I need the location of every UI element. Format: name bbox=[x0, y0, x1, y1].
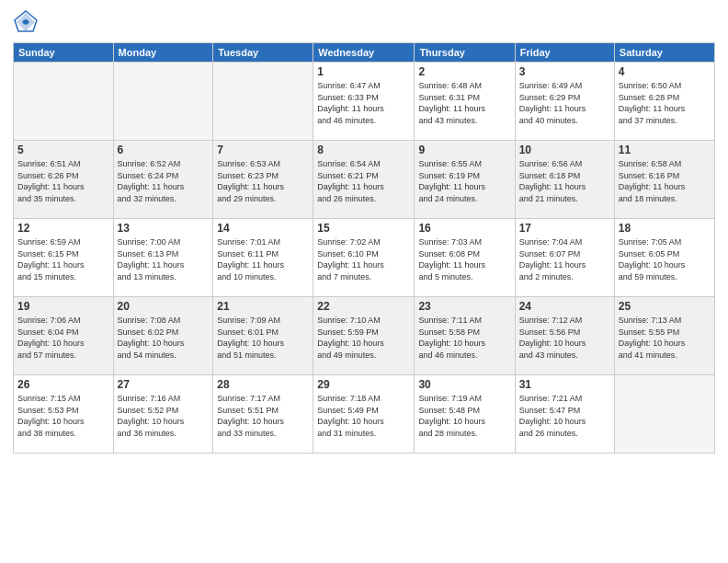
calendar-cell: 30Sunrise: 7:19 AM Sunset: 5:48 PM Dayli… bbox=[415, 375, 515, 454]
day-number: 2 bbox=[418, 65, 510, 78]
calendar-table: SundayMondayTuesdayWednesdayThursdayFrid… bbox=[13, 42, 715, 454]
day-number: 20 bbox=[118, 300, 210, 313]
day-info: Sunrise: 6:51 AM Sunset: 6:26 PM Dayligh… bbox=[17, 158, 109, 204]
day-info: Sunrise: 7:04 AM Sunset: 6:07 PM Dayligh… bbox=[519, 236, 610, 282]
calendar-week-1: 1Sunrise: 6:47 AM Sunset: 6:33 PM Daylig… bbox=[14, 63, 715, 141]
day-number: 24 bbox=[519, 300, 610, 313]
calendar-cell: 23Sunrise: 7:11 AM Sunset: 5:58 PM Dayli… bbox=[415, 297, 515, 375]
day-info: Sunrise: 7:21 AM Sunset: 5:47 PM Dayligh… bbox=[519, 393, 610, 439]
day-number: 16 bbox=[418, 222, 510, 235]
day-number: 4 bbox=[619, 65, 711, 78]
day-info: Sunrise: 7:10 AM Sunset: 5:59 PM Dayligh… bbox=[317, 315, 410, 361]
calendar-cell: 28Sunrise: 7:17 AM Sunset: 5:51 PM Dayli… bbox=[213, 375, 313, 454]
day-info: Sunrise: 7:17 AM Sunset: 5:51 PM Dayligh… bbox=[217, 393, 309, 439]
day-number: 29 bbox=[317, 378, 410, 391]
calendar-cell bbox=[213, 63, 313, 141]
calendar-week-4: 19Sunrise: 7:06 AM Sunset: 6:04 PM Dayli… bbox=[14, 297, 715, 375]
calendar-cell: 25Sunrise: 7:13 AM Sunset: 5:55 PM Dayli… bbox=[614, 297, 714, 375]
day-info: Sunrise: 7:00 AM Sunset: 6:13 PM Dayligh… bbox=[118, 236, 210, 282]
weekday-header-thursday: Thursday bbox=[415, 43, 515, 63]
day-number: 22 bbox=[317, 300, 410, 313]
day-info: Sunrise: 6:54 AM Sunset: 6:21 PM Dayligh… bbox=[317, 158, 410, 204]
day-info: Sunrise: 7:19 AM Sunset: 5:48 PM Dayligh… bbox=[418, 393, 510, 439]
day-info: Sunrise: 6:47 AM Sunset: 6:33 PM Dayligh… bbox=[317, 80, 410, 126]
calendar-week-5: 26Sunrise: 7:15 AM Sunset: 5:53 PM Dayli… bbox=[14, 375, 715, 454]
day-info: Sunrise: 6:50 AM Sunset: 6:28 PM Dayligh… bbox=[619, 80, 711, 126]
day-number: 10 bbox=[519, 144, 610, 156]
calendar-cell bbox=[614, 375, 714, 454]
day-number: 12 bbox=[17, 222, 109, 235]
calendar-cell: 11Sunrise: 6:58 AM Sunset: 6:16 PM Dayli… bbox=[614, 141, 714, 219]
calendar-cell: 18Sunrise: 7:05 AM Sunset: 6:05 PM Dayli… bbox=[614, 219, 714, 297]
day-number: 26 bbox=[17, 378, 109, 391]
calendar-cell: 4Sunrise: 6:50 AM Sunset: 6:28 PM Daylig… bbox=[614, 63, 714, 141]
calendar-cell: 26Sunrise: 7:15 AM Sunset: 5:53 PM Dayli… bbox=[14, 375, 114, 454]
day-info: Sunrise: 6:52 AM Sunset: 6:24 PM Dayligh… bbox=[118, 158, 210, 204]
logo bbox=[13, 9, 42, 35]
logo-icon bbox=[13, 9, 39, 35]
day-number: 23 bbox=[418, 300, 510, 313]
day-number: 21 bbox=[217, 300, 309, 313]
day-info: Sunrise: 6:48 AM Sunset: 6:31 PM Dayligh… bbox=[418, 80, 510, 126]
day-info: Sunrise: 7:16 AM Sunset: 5:52 PM Dayligh… bbox=[118, 393, 210, 439]
day-info: Sunrise: 7:03 AM Sunset: 6:08 PM Dayligh… bbox=[418, 236, 510, 282]
day-info: Sunrise: 7:18 AM Sunset: 5:49 PM Dayligh… bbox=[317, 393, 410, 439]
calendar-cell: 31Sunrise: 7:21 AM Sunset: 5:47 PM Dayli… bbox=[515, 375, 614, 454]
day-number: 6 bbox=[118, 144, 210, 156]
day-number: 11 bbox=[619, 144, 711, 156]
header bbox=[13, 9, 715, 35]
day-info: Sunrise: 6:58 AM Sunset: 6:16 PM Dayligh… bbox=[619, 158, 711, 204]
weekday-header-row: SundayMondayTuesdayWednesdayThursdayFrid… bbox=[14, 43, 715, 63]
day-number: 8 bbox=[317, 144, 410, 156]
day-info: Sunrise: 7:09 AM Sunset: 6:01 PM Dayligh… bbox=[217, 315, 309, 361]
day-number: 1 bbox=[317, 65, 410, 78]
calendar-cell: 7Sunrise: 6:53 AM Sunset: 6:23 PM Daylig… bbox=[213, 141, 313, 219]
day-info: Sunrise: 7:08 AM Sunset: 6:02 PM Dayligh… bbox=[118, 315, 210, 361]
day-number: 19 bbox=[17, 300, 109, 313]
day-number: 7 bbox=[217, 144, 309, 156]
day-number: 18 bbox=[619, 222, 711, 235]
calendar-cell: 22Sunrise: 7:10 AM Sunset: 5:59 PM Dayli… bbox=[313, 297, 415, 375]
day-info: Sunrise: 7:05 AM Sunset: 6:05 PM Dayligh… bbox=[619, 236, 711, 282]
calendar-cell: 10Sunrise: 6:56 AM Sunset: 6:18 PM Dayli… bbox=[515, 141, 614, 219]
weekday-header-friday: Friday bbox=[515, 43, 614, 63]
day-info: Sunrise: 7:02 AM Sunset: 6:10 PM Dayligh… bbox=[317, 236, 410, 282]
calendar-cell: 17Sunrise: 7:04 AM Sunset: 6:07 PM Dayli… bbox=[515, 219, 614, 297]
calendar-cell: 14Sunrise: 7:01 AM Sunset: 6:11 PM Dayli… bbox=[213, 219, 313, 297]
calendar-cell: 15Sunrise: 7:02 AM Sunset: 6:10 PM Dayli… bbox=[313, 219, 415, 297]
day-number: 30 bbox=[418, 378, 510, 391]
calendar-cell: 3Sunrise: 6:49 AM Sunset: 6:29 PM Daylig… bbox=[515, 63, 614, 141]
calendar-cell: 1Sunrise: 6:47 AM Sunset: 6:33 PM Daylig… bbox=[313, 63, 415, 141]
day-info: Sunrise: 7:11 AM Sunset: 5:58 PM Dayligh… bbox=[418, 315, 510, 361]
calendar-cell: 20Sunrise: 7:08 AM Sunset: 6:02 PM Dayli… bbox=[113, 297, 213, 375]
day-info: Sunrise: 7:06 AM Sunset: 6:04 PM Dayligh… bbox=[17, 315, 109, 361]
calendar-cell: 16Sunrise: 7:03 AM Sunset: 6:08 PM Dayli… bbox=[415, 219, 515, 297]
day-number: 27 bbox=[118, 378, 210, 391]
calendar-week-3: 12Sunrise: 6:59 AM Sunset: 6:15 PM Dayli… bbox=[14, 219, 715, 297]
day-info: Sunrise: 7:15 AM Sunset: 5:53 PM Dayligh… bbox=[17, 393, 109, 439]
day-info: Sunrise: 7:01 AM Sunset: 6:11 PM Dayligh… bbox=[217, 236, 309, 282]
calendar-cell: 8Sunrise: 6:54 AM Sunset: 6:21 PM Daylig… bbox=[313, 141, 415, 219]
day-number: 5 bbox=[17, 144, 109, 156]
calendar-cell: 27Sunrise: 7:16 AM Sunset: 5:52 PM Dayli… bbox=[113, 375, 213, 454]
day-info: Sunrise: 6:49 AM Sunset: 6:29 PM Dayligh… bbox=[519, 80, 610, 126]
calendar-week-2: 5Sunrise: 6:51 AM Sunset: 6:26 PM Daylig… bbox=[14, 141, 715, 219]
day-info: Sunrise: 6:56 AM Sunset: 6:18 PM Dayligh… bbox=[519, 158, 610, 204]
calendar-cell: 9Sunrise: 6:55 AM Sunset: 6:19 PM Daylig… bbox=[415, 141, 515, 219]
weekday-header-sunday: Sunday bbox=[14, 43, 114, 63]
weekday-header-saturday: Saturday bbox=[614, 43, 714, 63]
calendar-cell: 13Sunrise: 7:00 AM Sunset: 6:13 PM Dayli… bbox=[113, 219, 213, 297]
calendar-cell: 2Sunrise: 6:48 AM Sunset: 6:31 PM Daylig… bbox=[415, 63, 515, 141]
calendar-cell bbox=[113, 63, 213, 141]
day-info: Sunrise: 7:13 AM Sunset: 5:55 PM Dayligh… bbox=[619, 315, 711, 361]
day-info: Sunrise: 6:55 AM Sunset: 6:19 PM Dayligh… bbox=[418, 158, 510, 204]
day-number: 17 bbox=[519, 222, 610, 235]
day-number: 25 bbox=[619, 300, 711, 313]
weekday-header-monday: Monday bbox=[113, 43, 213, 63]
calendar-cell: 29Sunrise: 7:18 AM Sunset: 5:49 PM Dayli… bbox=[313, 375, 415, 454]
calendar-cell: 21Sunrise: 7:09 AM Sunset: 6:01 PM Dayli… bbox=[213, 297, 313, 375]
day-number: 14 bbox=[217, 222, 309, 235]
day-number: 13 bbox=[118, 222, 210, 235]
day-number: 9 bbox=[418, 144, 510, 156]
day-info: Sunrise: 6:59 AM Sunset: 6:15 PM Dayligh… bbox=[17, 236, 109, 282]
